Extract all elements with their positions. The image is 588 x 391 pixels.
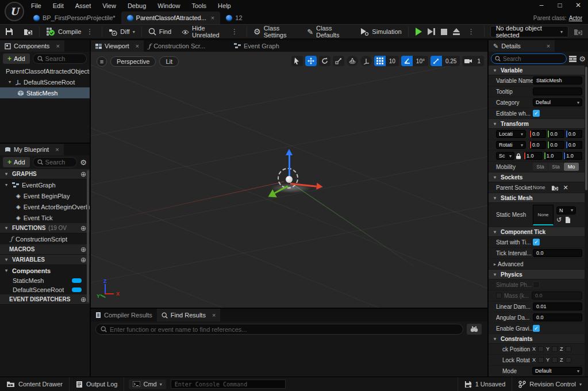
- rotate-tool-button[interactable]: [319, 56, 330, 66]
- viewport-3d[interactable]: ≡ Perspective Lit: [91, 52, 487, 308]
- details-scrollbar[interactable]: [585, 66, 588, 377]
- lit-dropdown[interactable]: Lit: [159, 56, 179, 67]
- graphs-section-header[interactable]: ▾ GRAPHS ⊕: [0, 169, 90, 179]
- world-space-toggle[interactable]: [347, 56, 358, 66]
- clear-socket-icon[interactable]: ✕: [563, 184, 568, 191]
- event-actorbeginoverlap-row[interactable]: ◈ Event ActorBeginOverlap: [0, 201, 90, 212]
- display-options-icon[interactable]: [569, 56, 577, 62]
- camera-speed-value[interactable]: 1: [474, 56, 484, 66]
- play-icon[interactable]: [416, 28, 422, 36]
- add-macro-icon[interactable]: ⊕: [80, 246, 86, 254]
- my-blueprint-tab[interactable]: My Blueprint ×: [0, 144, 64, 155]
- details-tab[interactable]: ✎ Details ×: [489, 40, 555, 52]
- unsaved-button[interactable]: 1 Unsaved: [458, 377, 512, 391]
- construction-script-row[interactable]: ƒ ConstructionScript: [0, 233, 90, 244]
- angle-snap-toggle[interactable]: [401, 56, 413, 66]
- mass-input[interactable]: 0.0: [532, 292, 582, 300]
- lock-rotation-z-checkbox[interactable]: [566, 357, 571, 363]
- menu-view[interactable]: View: [97, 2, 122, 9]
- compile-options-icon[interactable]: ⋮: [84, 28, 95, 36]
- caret-down-icon[interactable]: ▾: [3, 182, 9, 187]
- scale-y-input[interactable]: 1.0: [544, 152, 563, 160]
- object-type-pill[interactable]: [72, 288, 82, 292]
- details-settings-gear-icon[interactable]: ⚙: [579, 55, 586, 63]
- lock-icon[interactable]: [516, 153, 521, 159]
- scale-tool-button[interactable]: [333, 56, 344, 66]
- caret-down-icon[interactable]: ▾: [7, 79, 13, 85]
- grid-snap-value[interactable]: 10: [386, 56, 399, 66]
- add-variable-icon[interactable]: ⊕: [80, 256, 86, 264]
- static-mesh-section-header[interactable]: ▾ Static Mesh: [489, 193, 585, 203]
- start-with-tick-checkbox[interactable]: ✓: [533, 239, 540, 246]
- stop-icon[interactable]: [441, 29, 447, 35]
- variables-section-header[interactable]: ▾ VARIABLES ⊕: [0, 255, 90, 265]
- browse-asset-icon[interactable]: [565, 217, 571, 223]
- components-group-row[interactable]: ▾ Components: [0, 265, 90, 276]
- close-panel-icon[interactable]: ×: [56, 43, 59, 49]
- tick-interval-input[interactable]: 0.0: [533, 249, 582, 257]
- my-blueprint-search[interactable]: [33, 157, 78, 167]
- save-button[interactable]: [0, 25, 18, 39]
- scale-dropdown[interactable]: Sc ▾: [496, 152, 514, 160]
- select-tool-button[interactable]: [291, 56, 303, 66]
- scale-z-input[interactable]: 1.0: [563, 152, 582, 160]
- find-references-input[interactable]: [110, 326, 458, 333]
- angular-damping-input[interactable]: 0.0: [533, 313, 582, 321]
- menu-help[interactable]: Help: [212, 2, 237, 9]
- unreal-logo-icon[interactable]: U: [5, 2, 24, 21]
- tree-row-static-mesh[interactable]: StaticMesh: [0, 87, 90, 98]
- blueprint-settings-gear-icon[interactable]: ⚙: [80, 158, 87, 167]
- event-graph-row[interactable]: ▾ EventGraph: [0, 179, 90, 190]
- menu-asset[interactable]: Asset: [70, 2, 97, 9]
- tooltip-input[interactable]: [533, 87, 582, 95]
- static-mesh-dropdown[interactable]: N ▾: [556, 206, 576, 214]
- close-tab-icon[interactable]: ×: [212, 312, 216, 319]
- rotation-x-input[interactable]: 0.0: [529, 141, 546, 149]
- simulation-button[interactable]: Simulation: [355, 25, 406, 39]
- find-results-tab[interactable]: Find Results ×: [157, 309, 221, 321]
- lock-position-z-checkbox[interactable]: [566, 346, 571, 352]
- mobility-static-option[interactable]: Sta: [533, 163, 548, 171]
- menu-edit[interactable]: Edit: [47, 2, 70, 9]
- variable-section-header[interactable]: ▾ Variable: [489, 66, 585, 75]
- component-tick-section-header[interactable]: ▾ Component Tick: [489, 227, 585, 237]
- use-selected-asset-icon[interactable]: ↺: [556, 216, 562, 224]
- location-dropdown[interactable]: Locati ▾: [496, 130, 526, 138]
- gizmo-center-sphere[interactable]: [286, 176, 293, 183]
- compiler-results-tab[interactable]: Compiler Results: [91, 309, 157, 321]
- lock-position-y-checkbox[interactable]: [552, 346, 558, 352]
- hide-unrelated-button[interactable]: Hide Unrelated ⋮: [176, 25, 245, 39]
- move-tool-button[interactable]: [305, 56, 317, 66]
- eject-icon[interactable]: [453, 28, 460, 35]
- close-tab-icon[interactable]: ×: [136, 43, 139, 49]
- lock-rotation-x-checkbox[interactable]: [538, 357, 544, 363]
- revision-control-button[interactable]: Revision Control ▾: [512, 377, 588, 391]
- linear-damping-input[interactable]: 0.01: [533, 302, 582, 310]
- minimize-icon[interactable]: –: [536, 1, 547, 9]
- menu-window[interactable]: Window: [152, 2, 186, 9]
- mobility-movable-option[interactable]: Mo: [564, 163, 579, 171]
- construction-script-tab[interactable]: ƒ Construction Scr...: [144, 40, 210, 52]
- close-panel-icon[interactable]: ×: [547, 43, 550, 49]
- rotation-z-input[interactable]: 0.0: [566, 141, 582, 149]
- class-settings-button[interactable]: ⚙ Class Settings: [248, 25, 302, 39]
- rotation-y-input[interactable]: 0.0: [547, 141, 564, 149]
- components-search[interactable]: [33, 53, 87, 64]
- play-options-icon[interactable]: ⋮: [466, 28, 477, 36]
- functions-section-header[interactable]: ▾ FUNCTIONS (19 OV ⊕: [0, 223, 90, 233]
- add-component-button[interactable]: + Add: [3, 53, 30, 64]
- simulate-physics-checkbox[interactable]: [533, 281, 540, 288]
- physics-section-header[interactable]: ▾ Physics: [489, 270, 585, 279]
- caret-down-icon[interactable]: ▾: [3, 268, 9, 273]
- class-defaults-button[interactable]: ✎ Class Defaults: [302, 25, 355, 39]
- parent-socket-value[interactable]: None: [533, 185, 545, 190]
- console-command-input[interactable]: [175, 381, 282, 388]
- add-graph-icon[interactable]: ⊕: [80, 170, 86, 178]
- components-search-input[interactable]: [45, 55, 82, 62]
- macros-section-header[interactable]: MACROS ⊕: [0, 244, 90, 255]
- camera-speed-button[interactable]: [462, 56, 474, 66]
- event-dispatchers-section-header[interactable]: EVENT DISPATCHERS ⊕: [0, 294, 90, 305]
- cmd-dropdown[interactable]: Cmd ▾: [129, 379, 166, 389]
- enable-gravity-checkbox[interactable]: ✓: [533, 325, 540, 332]
- variable-staticmesh-row[interactable]: StaticMesh: [0, 276, 90, 285]
